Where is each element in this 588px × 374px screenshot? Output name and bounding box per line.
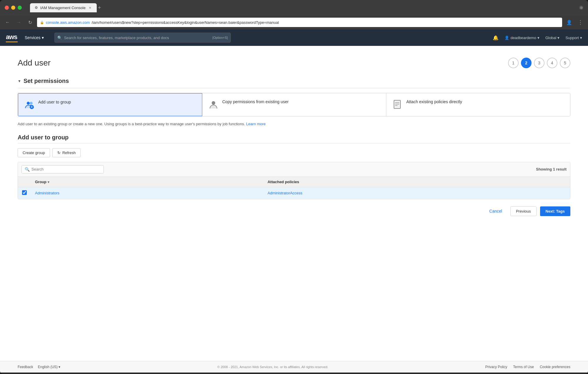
tab-close-button[interactable]: ✕ — [88, 6, 92, 10]
services-menu-button[interactable]: Services ▾ — [25, 35, 44, 40]
account-menu[interactable]: 👤 deadbeardemo ▾ — [505, 36, 539, 40]
showing-result-label: Showing 1 result — [536, 167, 567, 171]
support-chevron-icon: ▾ — [580, 36, 582, 40]
browser-titlebar: ⚙ IAM Management Console ✕ + ⚙ — [0, 0, 588, 15]
region-chevron-icon: ▾ — [557, 36, 559, 40]
add-user-group-label: Add user to group — [38, 99, 71, 105]
window-controls-right: ⚙ — [579, 6, 583, 10]
step-2[interactable]: 2 — [521, 58, 532, 68]
cancel-button[interactable]: Cancel — [485, 207, 507, 216]
language-selector[interactable]: English (US) ▾ — [38, 365, 60, 369]
copy-permissions-card[interactable]: Copy permissions from existing user — [202, 93, 386, 116]
window-settings-icon[interactable]: ⚙ — [579, 6, 583, 10]
cookie-preferences-link[interactable]: Cookie preferences — [540, 365, 570, 369]
close-window-button[interactable] — [5, 6, 9, 10]
create-group-label: Create group — [23, 151, 45, 155]
browser-toolbar: ← → ↻ 🔒 console.aws.amazon.com /iam/home… — [0, 15, 588, 29]
attach-policies-icon — [392, 99, 403, 110]
bell-icon: 🔔 — [493, 35, 499, 41]
attach-policies-card[interactable]: Attach existing policies directly — [386, 93, 570, 116]
step-3[interactable]: 3 — [534, 58, 544, 68]
search-input-wrapper[interactable]: 🔍 — [21, 165, 104, 173]
terms-of-use-link[interactable]: Terms of Use — [513, 365, 534, 369]
group-col-header[interactable]: Group ▾ — [31, 177, 263, 187]
add-user-to-group-card[interactable]: + Add user to group — [18, 93, 203, 116]
sort-icon: ▾ — [48, 180, 49, 184]
refresh-button[interactable]: ↻ Refresh — [52, 148, 81, 157]
account-chevron-icon: ▾ — [537, 36, 539, 40]
refresh-browser-button[interactable]: ↻ — [26, 18, 34, 26]
support-menu[interactable]: Support ▾ — [565, 36, 582, 40]
previous-button[interactable]: Previous — [510, 206, 537, 216]
search-icon: 🔍 — [57, 36, 62, 40]
copy-permissions-label: Copy permissions from existing user — [222, 99, 289, 105]
table-header-bar: 🔍 Showing 1 result — [18, 162, 570, 177]
attach-policies-label: Attach existing policies directly — [406, 99, 462, 105]
services-label: Services — [25, 35, 41, 40]
browser-window: ⚙ IAM Management Console ✕ + ⚙ ← → ↻ 🔒 c… — [0, 0, 588, 374]
set-permissions-section: ▼ Set permissions + — [18, 78, 570, 127]
back-button[interactable]: ← — [4, 18, 12, 26]
svg-point-4 — [212, 101, 215, 105]
section-title: Set permissions — [24, 78, 69, 84]
action-buttons: Create group ↻ Refresh — [18, 148, 570, 157]
address-bar[interactable]: 🔒 console.aws.amazon.com /iam/home#/user… — [37, 18, 562, 27]
section-collapse-icon[interactable]: ▼ — [18, 79, 21, 83]
step-indicators: 1 2 3 4 5 — [508, 58, 570, 68]
lock-icon: 🔒 — [40, 21, 44, 24]
services-chevron-icon: ▾ — [42, 35, 44, 40]
row-checkbox-cell[interactable] — [18, 187, 31, 199]
policy-cell: AdministratorAccess — [263, 187, 570, 199]
group-checkbox[interactable] — [22, 190, 27, 195]
aws-search-input[interactable] — [54, 33, 231, 43]
step-4[interactable]: 4 — [547, 58, 557, 68]
maximize-window-button[interactable] — [18, 6, 22, 10]
user-account-icon[interactable]: 👤 — [565, 18, 573, 26]
add-user-group-icon: + — [24, 99, 35, 110]
notifications-bell[interactable]: 🔔 — [493, 35, 499, 41]
account-name: deadbeardemo — [510, 36, 536, 40]
main-content: Add user 1 2 3 4 5 — [0, 46, 588, 361]
forward-button[interactable]: → — [15, 18, 23, 26]
step-5[interactable]: 5 — [560, 58, 570, 68]
create-group-button[interactable]: Create group — [18, 148, 50, 157]
tab-title: IAM Management Console — [40, 6, 86, 10]
groups-table-wrapper: 🔍 Showing 1 result Group ▾ Atta — [18, 162, 570, 199]
section-header: ▼ Set permissions — [18, 78, 570, 88]
page-title: Add user — [18, 58, 51, 68]
policies-col-header: Attached policies — [263, 177, 570, 187]
svg-rect-5 — [394, 100, 400, 108]
aws-nav: aws Services ▾ 🔍 [Option+S] 🔔 👤 deadbear… — [0, 29, 588, 46]
more-options-button[interactable]: ⋮ — [576, 18, 584, 26]
minimize-window-button[interactable] — [11, 6, 15, 10]
next-button[interactable]: Next: Tags — [540, 206, 571, 216]
table-row[interactable]: Administrators AdministratorAccess — [18, 187, 570, 199]
step-1[interactable]: 1 — [508, 58, 519, 68]
group-name-link[interactable]: Administrators — [35, 191, 59, 195]
table-header-row: Group ▾ Attached policies — [18, 177, 570, 187]
traffic-lights — [5, 6, 22, 10]
refresh-label: Refresh — [62, 151, 76, 155]
tab-favicon: ⚙ — [35, 6, 38, 10]
svg-text:+: + — [31, 105, 33, 109]
search-input[interactable] — [31, 167, 101, 171]
support-label: Support — [565, 36, 579, 40]
region-menu[interactable]: Global ▾ — [545, 36, 560, 40]
address-path: /iam/home#/users$new?step=permissions&ac… — [92, 20, 279, 25]
page-header: Add user 1 2 3 4 5 — [18, 58, 570, 68]
aws-logo: aws — [6, 33, 18, 42]
active-tab[interactable]: ⚙ IAM Management Console ✕ — [30, 3, 97, 12]
footer-links: Privacy Policy Terms of Use Cookie prefe… — [485, 365, 570, 369]
add-user-group-title: Add user to group — [18, 134, 570, 143]
page-footer: Feedback English (US) ▾ © 2008 - 2021, A… — [0, 361, 588, 373]
policy-link[interactable]: AdministratorAccess — [268, 191, 302, 195]
new-tab-button[interactable]: + — [98, 5, 101, 11]
privacy-policy-link[interactable]: Privacy Policy — [485, 365, 507, 369]
aws-nav-right: 🔔 👤 deadbeardemo ▾ Global ▾ Support ▾ — [493, 35, 582, 41]
aws-search-bar: 🔍 [Option+S] — [54, 33, 231, 43]
language-chevron-icon: ▾ — [59, 365, 60, 369]
copy-permissions-icon — [208, 99, 219, 110]
learn-more-link[interactable]: Learn more — [246, 122, 265, 126]
groups-table: Group ▾ Attached policies Ad — [18, 177, 570, 199]
feedback-link[interactable]: Feedback — [18, 365, 33, 369]
